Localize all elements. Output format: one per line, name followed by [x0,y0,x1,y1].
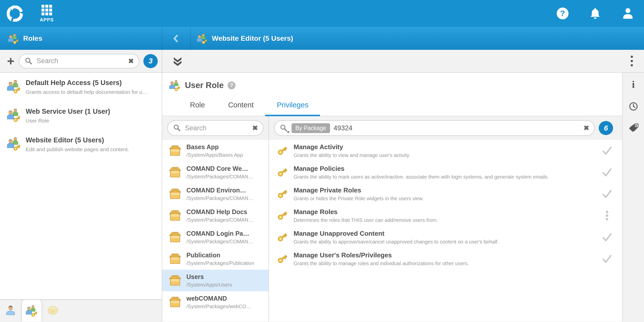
back-button[interactable] [162,27,191,50]
info-button[interactable]: i [627,78,639,90]
add-role-button[interactable]: + [6,55,15,67]
granted-check-icon [601,231,613,243]
granted-check-icon [601,167,613,178]
privileges-search[interactable]: By Package ✖ [274,120,595,136]
roles-count-badge: 3 [143,54,158,68]
privileges-search-band: By Package ✖ 6 [269,116,622,140]
toolbar-row: + ✖ 3 [0,50,644,73]
package-icon [168,144,182,157]
back-chevron-icon [172,34,181,43]
list-item[interactable]: Publication /System/Packages/Publication [162,248,268,270]
package-texts: COMAND Login Pa… /System/Packages/COMAN… [186,230,253,245]
roles-search[interactable]: ✖ [19,54,139,68]
package-name: COMAND Help Docs [186,208,253,216]
list-item[interactable]: webCOMAND /System/Packages/webCO… [162,291,268,313]
clear-search-icon[interactable]: ✖ [583,124,589,132]
search-filter-icon[interactable] [279,124,288,132]
role-description: User Role [26,118,110,124]
privilege-texts: Manage User's Roles/Privileges Grants th… [294,251,592,266]
heading-help-icon[interactable]: ? [228,82,235,89]
tab-role[interactable]: Role [178,95,217,116]
top-app-bar: APPS ? [0,0,644,27]
packages-search-input[interactable] [185,124,250,132]
privilege-status[interactable] [592,188,622,200]
list-item[interactable]: Manage Roles Determines the roles that T… [269,205,622,226]
package-texts: Publication /System/Packages/Publication [186,252,254,266]
collapse-all-icon[interactable] [172,55,183,67]
privilege-name: Manage User's Roles/Privileges [294,251,592,259]
user-icon [621,7,634,20]
list-item[interactable]: COMAND Help Docs /System/Packages/COMAN… [162,205,268,226]
privileges-search-input[interactable] [334,124,581,132]
info-icon: i [632,78,635,90]
role-name: Web Service User (1 User) [26,108,110,115]
package-icon [168,295,182,309]
list-item[interactable]: Bases App /System/Apps/Bases App [162,140,268,162]
list-item[interactable]: COMAND Login Pa… /System/Packages/COMAN… [162,226,268,248]
tags-button[interactable] [627,123,639,135]
tab-users[interactable] [0,300,21,321]
detail-panel: User Role ? Role Content Privileges ✖ [162,73,622,321]
package-path: /System/Packages/COMAN… [186,217,253,223]
role-icon [196,33,208,44]
notifications-button[interactable] [589,7,602,20]
package-name: Bases App [186,143,243,151]
privilege-texts: Manage Unapproved Content Grants the abi… [294,230,592,245]
tab-content[interactable]: Content [217,95,265,116]
clear-search-icon[interactable]: ✖ [252,124,258,132]
list-item[interactable]: Manage Unapproved Content Grants the abi… [269,226,622,248]
list-item[interactable]: Manage Activity Grants the ability to vi… [269,140,622,162]
clock-icon [628,101,638,111]
list-item-selected[interactable]: Users /System/Apps/Users [162,270,268,291]
list-item[interactable]: Manage User's Roles/Privileges Grants th… [269,248,622,270]
list-item[interactable]: Web Service User (1 User) User Role [0,101,162,130]
list-item[interactable]: Manage Policies Grants the ability to ma… [269,162,622,183]
privilege-status[interactable] [592,145,622,156]
badge-icon [48,305,58,316]
filter-chip[interactable]: By Package [292,123,330,133]
comand-logo-icon[interactable] [7,5,23,22]
roles-search-input[interactable] [36,57,126,65]
list-item[interactable]: COMAND Environ… /System/Packages/COMAN… [162,183,268,205]
packages-list: Bases App /System/Apps/Bases App COMAND … [162,140,268,313]
granted-check-icon [601,145,613,156]
clear-search-icon[interactable]: ✖ [128,57,134,65]
packages-search[interactable]: ✖ [167,120,263,136]
roles-icon [7,136,21,151]
tab-policies[interactable] [42,300,63,321]
help-icon: ? [557,8,569,19]
package-path: /System/Apps/Users [186,282,232,288]
privilege-options-icon[interactable] [592,210,622,221]
list-item[interactable]: Default Help Access (5 Users) Grants acc… [0,73,162,101]
granted-check-icon [601,188,613,200]
key-icon [276,188,289,200]
main-area: Default Help Access (5 Users) Grants acc… [0,73,644,321]
package-texts: Users /System/Apps/Users [186,273,232,288]
list-item[interactable]: Manage Private Roles Grants or hides the… [269,183,622,205]
role-name: Default Help Access (5 Users) [26,79,147,87]
bottom-tabbar [0,299,162,321]
tab-roles[interactable] [21,299,42,321]
key-icon [276,166,289,179]
privilege-status[interactable] [592,231,622,243]
privilege-status[interactable] [592,253,622,265]
detail-panel-title: Website Editor (5 Users) [212,34,293,43]
overflow-menu-button[interactable] [631,55,633,67]
privilege-name: Manage Roles [294,208,592,216]
key-icon [276,144,289,157]
privileges-count-badge: 6 [599,121,613,135]
list-item[interactable]: Website Editor (5 Users) Edit and publis… [0,130,162,159]
privileges-list: Manage Activity Grants the ability to vi… [269,140,622,270]
privilege-texts: Manage Private Roles Grants or hides the… [294,186,592,202]
history-button[interactable] [627,100,639,112]
role-description: Edit and publish website pages and conte… [26,146,129,152]
privilege-description: Grants or hides the Private Role widgets… [294,196,592,202]
list-item[interactable]: COMAND Core We… /System/Packages/COMAN… [162,162,268,183]
privilege-status[interactable] [592,167,622,178]
account-button[interactable] [621,7,634,20]
apps-button[interactable]: APPS [40,4,54,23]
tab-privileges[interactable]: Privileges [265,95,320,116]
help-button[interactable]: ? [556,7,569,20]
package-texts: COMAND Core We… /System/Packages/COMAN… [186,165,253,180]
package-icon [168,252,182,266]
